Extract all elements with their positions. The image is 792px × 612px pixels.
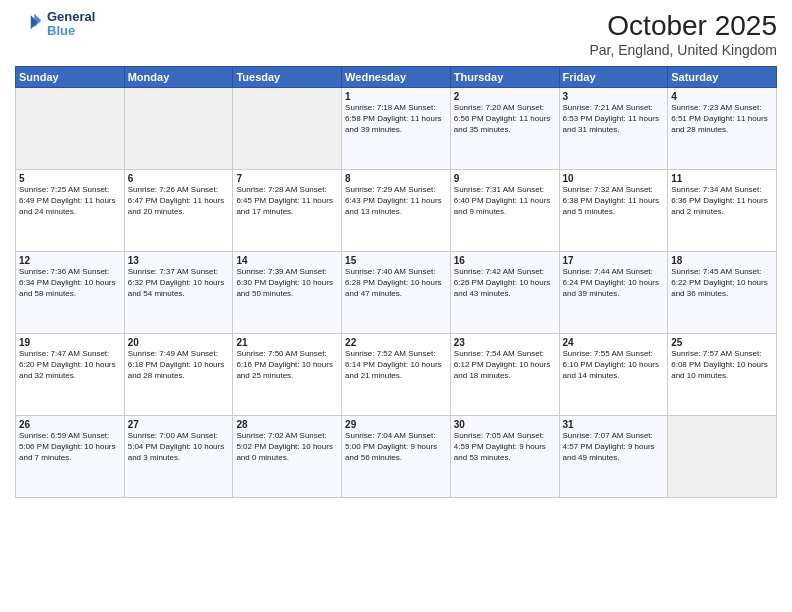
cell-content: Sunrise: 6:59 AM Sunset: 5:06 PM Dayligh… bbox=[19, 431, 121, 463]
cell-content: Sunrise: 7:40 AM Sunset: 6:28 PM Dayligh… bbox=[345, 267, 447, 299]
calendar-cell: 15Sunrise: 7:40 AM Sunset: 6:28 PM Dayli… bbox=[342, 252, 451, 334]
day-number: 24 bbox=[563, 337, 665, 348]
cell-content: Sunrise: 7:54 AM Sunset: 6:12 PM Dayligh… bbox=[454, 349, 556, 381]
cell-content: Sunrise: 7:50 AM Sunset: 6:16 PM Dayligh… bbox=[236, 349, 338, 381]
cell-content: Sunrise: 7:52 AM Sunset: 6:14 PM Dayligh… bbox=[345, 349, 447, 381]
day-number: 1 bbox=[345, 91, 447, 102]
calendar-cell: 2Sunrise: 7:20 AM Sunset: 6:56 PM Daylig… bbox=[450, 88, 559, 170]
day-number: 6 bbox=[128, 173, 230, 184]
logo: General Blue bbox=[15, 10, 95, 39]
calendar-cell bbox=[16, 88, 125, 170]
day-number: 13 bbox=[128, 255, 230, 266]
cell-content: Sunrise: 7:18 AM Sunset: 6:58 PM Dayligh… bbox=[345, 103, 447, 135]
col-header-thursday: Thursday bbox=[450, 67, 559, 88]
calendar-cell: 7Sunrise: 7:28 AM Sunset: 6:45 PM Daylig… bbox=[233, 170, 342, 252]
day-number: 22 bbox=[345, 337, 447, 348]
day-number: 28 bbox=[236, 419, 338, 430]
cell-content: Sunrise: 7:34 AM Sunset: 6:36 PM Dayligh… bbox=[671, 185, 773, 217]
calendar-cell: 30Sunrise: 7:05 AM Sunset: 4:59 PM Dayli… bbox=[450, 416, 559, 498]
day-number: 11 bbox=[671, 173, 773, 184]
calendar-header: SundayMondayTuesdayWednesdayThursdayFrid… bbox=[16, 67, 777, 88]
day-number: 17 bbox=[563, 255, 665, 266]
cell-content: Sunrise: 7:21 AM Sunset: 6:53 PM Dayligh… bbox=[563, 103, 665, 135]
cell-content: Sunrise: 7:32 AM Sunset: 6:38 PM Dayligh… bbox=[563, 185, 665, 217]
day-number: 15 bbox=[345, 255, 447, 266]
title-block: October 2025 Par, England, United Kingdo… bbox=[589, 10, 777, 58]
col-header-sunday: Sunday bbox=[16, 67, 125, 88]
calendar-cell: 9Sunrise: 7:31 AM Sunset: 6:40 PM Daylig… bbox=[450, 170, 559, 252]
day-number: 16 bbox=[454, 255, 556, 266]
calendar-cell: 18Sunrise: 7:45 AM Sunset: 6:22 PM Dayli… bbox=[668, 252, 777, 334]
calendar-cell bbox=[233, 88, 342, 170]
calendar-cell: 3Sunrise: 7:21 AM Sunset: 6:53 PM Daylig… bbox=[559, 88, 668, 170]
calendar-cell bbox=[124, 88, 233, 170]
page-header: General Blue October 2025 Par, England, … bbox=[15, 10, 777, 58]
calendar-cell: 16Sunrise: 7:42 AM Sunset: 6:26 PM Dayli… bbox=[450, 252, 559, 334]
day-number: 14 bbox=[236, 255, 338, 266]
cell-content: Sunrise: 7:26 AM Sunset: 6:47 PM Dayligh… bbox=[128, 185, 230, 217]
cell-content: Sunrise: 7:02 AM Sunset: 5:02 PM Dayligh… bbox=[236, 431, 338, 463]
cell-content: Sunrise: 7:49 AM Sunset: 6:18 PM Dayligh… bbox=[128, 349, 230, 381]
cell-content: Sunrise: 7:04 AM Sunset: 5:00 PM Dayligh… bbox=[345, 431, 447, 463]
day-number: 25 bbox=[671, 337, 773, 348]
calendar-cell: 31Sunrise: 7:07 AM Sunset: 4:57 PM Dayli… bbox=[559, 416, 668, 498]
col-header-wednesday: Wednesday bbox=[342, 67, 451, 88]
calendar-cell: 24Sunrise: 7:55 AM Sunset: 6:10 PM Dayli… bbox=[559, 334, 668, 416]
day-number: 30 bbox=[454, 419, 556, 430]
day-number: 2 bbox=[454, 91, 556, 102]
calendar-cell: 19Sunrise: 7:47 AM Sunset: 6:20 PM Dayli… bbox=[16, 334, 125, 416]
page-title: October 2025 bbox=[589, 10, 777, 42]
cell-content: Sunrise: 7:00 AM Sunset: 5:04 PM Dayligh… bbox=[128, 431, 230, 463]
cell-content: Sunrise: 7:44 AM Sunset: 6:24 PM Dayligh… bbox=[563, 267, 665, 299]
day-number: 18 bbox=[671, 255, 773, 266]
day-number: 7 bbox=[236, 173, 338, 184]
calendar-cell: 28Sunrise: 7:02 AM Sunset: 5:02 PM Dayli… bbox=[233, 416, 342, 498]
cell-content: Sunrise: 7:07 AM Sunset: 4:57 PM Dayligh… bbox=[563, 431, 665, 463]
calendar-cell: 6Sunrise: 7:26 AM Sunset: 6:47 PM Daylig… bbox=[124, 170, 233, 252]
logo-text: General Blue bbox=[47, 10, 95, 39]
cell-content: Sunrise: 7:37 AM Sunset: 6:32 PM Dayligh… bbox=[128, 267, 230, 299]
calendar-cell: 8Sunrise: 7:29 AM Sunset: 6:43 PM Daylig… bbox=[342, 170, 451, 252]
day-number: 10 bbox=[563, 173, 665, 184]
cell-content: Sunrise: 7:57 AM Sunset: 6:08 PM Dayligh… bbox=[671, 349, 773, 381]
calendar-cell bbox=[668, 416, 777, 498]
calendar-cell: 29Sunrise: 7:04 AM Sunset: 5:00 PM Dayli… bbox=[342, 416, 451, 498]
day-number: 19 bbox=[19, 337, 121, 348]
cell-content: Sunrise: 7:05 AM Sunset: 4:59 PM Dayligh… bbox=[454, 431, 556, 463]
day-number: 5 bbox=[19, 173, 121, 184]
day-number: 8 bbox=[345, 173, 447, 184]
calendar-cell: 12Sunrise: 7:36 AM Sunset: 6:34 PM Dayli… bbox=[16, 252, 125, 334]
cell-content: Sunrise: 7:47 AM Sunset: 6:20 PM Dayligh… bbox=[19, 349, 121, 381]
calendar-cell: 23Sunrise: 7:54 AM Sunset: 6:12 PM Dayli… bbox=[450, 334, 559, 416]
calendar-cell: 1Sunrise: 7:18 AM Sunset: 6:58 PM Daylig… bbox=[342, 88, 451, 170]
cell-content: Sunrise: 7:42 AM Sunset: 6:26 PM Dayligh… bbox=[454, 267, 556, 299]
day-number: 27 bbox=[128, 419, 230, 430]
calendar-table: SundayMondayTuesdayWednesdayThursdayFrid… bbox=[15, 66, 777, 498]
day-number: 26 bbox=[19, 419, 121, 430]
day-number: 9 bbox=[454, 173, 556, 184]
day-number: 23 bbox=[454, 337, 556, 348]
col-header-saturday: Saturday bbox=[668, 67, 777, 88]
calendar-cell: 22Sunrise: 7:52 AM Sunset: 6:14 PM Dayli… bbox=[342, 334, 451, 416]
cell-content: Sunrise: 7:55 AM Sunset: 6:10 PM Dayligh… bbox=[563, 349, 665, 381]
day-number: 20 bbox=[128, 337, 230, 348]
calendar-cell: 21Sunrise: 7:50 AM Sunset: 6:16 PM Dayli… bbox=[233, 334, 342, 416]
col-header-monday: Monday bbox=[124, 67, 233, 88]
cell-content: Sunrise: 7:20 AM Sunset: 6:56 PM Dayligh… bbox=[454, 103, 556, 135]
day-number: 4 bbox=[671, 91, 773, 102]
logo-icon bbox=[15, 10, 43, 38]
calendar-cell: 26Sunrise: 6:59 AM Sunset: 5:06 PM Dayli… bbox=[16, 416, 125, 498]
calendar-cell: 10Sunrise: 7:32 AM Sunset: 6:38 PM Dayli… bbox=[559, 170, 668, 252]
calendar-cell: 20Sunrise: 7:49 AM Sunset: 6:18 PM Dayli… bbox=[124, 334, 233, 416]
calendar-cell: 17Sunrise: 7:44 AM Sunset: 6:24 PM Dayli… bbox=[559, 252, 668, 334]
col-header-friday: Friday bbox=[559, 67, 668, 88]
day-number: 29 bbox=[345, 419, 447, 430]
day-number: 12 bbox=[19, 255, 121, 266]
calendar-cell: 14Sunrise: 7:39 AM Sunset: 6:30 PM Dayli… bbox=[233, 252, 342, 334]
calendar-cell: 25Sunrise: 7:57 AM Sunset: 6:08 PM Dayli… bbox=[668, 334, 777, 416]
cell-content: Sunrise: 7:23 AM Sunset: 6:51 PM Dayligh… bbox=[671, 103, 773, 135]
cell-content: Sunrise: 7:29 AM Sunset: 6:43 PM Dayligh… bbox=[345, 185, 447, 217]
calendar-cell: 11Sunrise: 7:34 AM Sunset: 6:36 PM Dayli… bbox=[668, 170, 777, 252]
cell-content: Sunrise: 7:45 AM Sunset: 6:22 PM Dayligh… bbox=[671, 267, 773, 299]
calendar-cell: 5Sunrise: 7:25 AM Sunset: 6:49 PM Daylig… bbox=[16, 170, 125, 252]
